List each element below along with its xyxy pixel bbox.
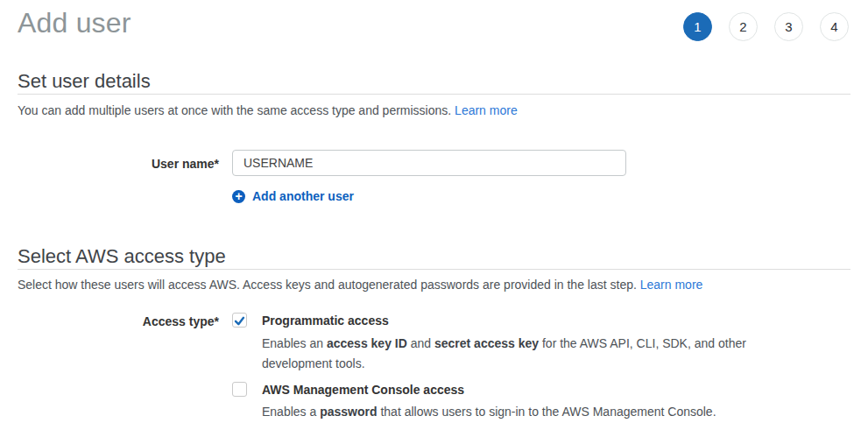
wizard-step-4: 4 xyxy=(820,12,849,41)
add-another-user-label: Add another user xyxy=(252,189,354,203)
wizard-step-2: 2 xyxy=(729,12,758,41)
username-input[interactable] xyxy=(232,150,626,176)
add-another-user-button[interactable]: Add another user xyxy=(232,189,354,203)
access-type-description: Select how these users will access AWS. … xyxy=(18,278,702,292)
section-divider xyxy=(18,269,850,270)
wizard-step-1: 1 xyxy=(683,12,712,41)
learn-more-link-user-details[interactable]: Learn more xyxy=(455,103,518,117)
add-user-page: Add user 1 2 3 4 Set user details You ca… xyxy=(0,0,868,444)
username-label: User name* xyxy=(18,157,219,171)
plus-circle-icon xyxy=(232,190,245,203)
section-title-user-details: Set user details xyxy=(18,70,151,93)
wizard-step-indicator: 1 2 3 4 xyxy=(683,12,849,41)
console-access-checkbox[interactable] xyxy=(232,382,247,397)
user-details-description: You can add multiple users at once with … xyxy=(18,103,518,117)
checkmark-icon xyxy=(234,315,245,327)
wizard-step-3: 3 xyxy=(774,12,803,41)
console-access-title[interactable]: AWS Management Console access xyxy=(262,383,464,397)
section-title-access-type: Select AWS access type xyxy=(18,245,226,268)
page-title: Add user xyxy=(18,7,131,39)
user-details-description-text: You can add multiple users at once with … xyxy=(18,103,451,117)
programmatic-access-checkbox[interactable] xyxy=(232,313,247,328)
section-divider xyxy=(18,94,850,95)
programmatic-access-title[interactable]: Programmatic access xyxy=(262,314,389,328)
learn-more-link-access-type[interactable]: Learn more xyxy=(640,278,703,292)
programmatic-access-description: Enables an access key ID and secret acce… xyxy=(262,334,752,373)
access-type-label: Access type* xyxy=(18,314,219,328)
console-access-description: Enables a password that allows users to … xyxy=(262,402,822,422)
access-type-description-text: Select how these users will access AWS. … xyxy=(18,278,637,292)
